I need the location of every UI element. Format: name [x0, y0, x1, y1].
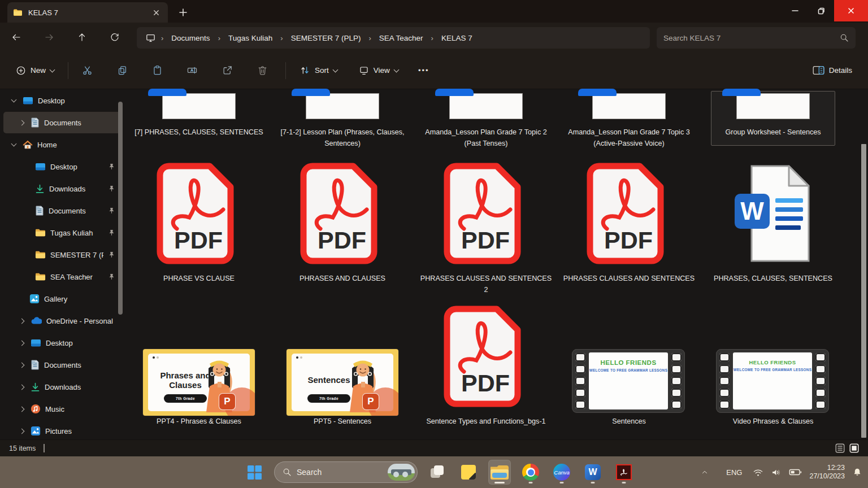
chevron-right-icon[interactable]: [17, 319, 26, 323]
breadcrumb-item-kelas-7[interactable]: KELAS 7: [437, 32, 477, 45]
sidebar-item-gallery[interactable]: Gallery: [3, 288, 121, 310]
sidebar-item-onedrive[interactable]: OneDrive - Personal: [3, 310, 121, 332]
pin-icon: [108, 273, 115, 281]
sidebar-item-documents[interactable]: Documents: [3, 112, 121, 133]
sidebar-item-pictures[interactable]: Pictures: [3, 420, 121, 439]
file-tile[interactable]: Amanda_Lesson Plan Grade 7 Topic 2 (Past…: [414, 89, 558, 160]
explorer-tab[interactable]: KELAS 7: [7, 2, 168, 23]
paste-button[interactable]: [146, 60, 168, 81]
chevron-right-icon[interactable]: [17, 341, 26, 345]
title-bar: KELAS 7: [0, 0, 868, 23]
more-options-button[interactable]: •••: [413, 60, 435, 81]
sidebar-item-documents-drive[interactable]: Documents: [3, 354, 121, 376]
file-explorer-button[interactable]: [488, 460, 511, 485]
breadcrumb-item-sea-teacher[interactable]: SEA Teacher: [375, 32, 428, 45]
breadcrumb-item-semester-7[interactable]: SEMESTER 7 (PLP): [287, 32, 366, 45]
rename-button[interactable]: [181, 60, 203, 81]
clock[interactable]: 12:23 27/10/2023: [809, 464, 845, 481]
file-name: Sentence Types and Functions_bgs-1: [420, 416, 552, 428]
file-tile[interactable]: HELLO FRIENDS WELCOME TO FREE GRAMMAR LE…: [701, 303, 845, 438]
new-tab-button[interactable]: [176, 6, 190, 19]
back-button[interactable]: [7, 28, 26, 47]
share-button[interactable]: [216, 60, 238, 81]
sidebar-item-tugas-kuliah[interactable]: Tugas Kuliah: [3, 222, 121, 243]
sidebar-item-music[interactable]: Music: [3, 398, 121, 420]
file-tile[interactable]: PDF PHRASE VS CLAUSE: [127, 162, 271, 300]
explorer-search-box[interactable]: [657, 27, 856, 49]
sidebar-item-home[interactable]: Home: [3, 134, 121, 155]
explorer-search-input[interactable]: [663, 34, 840, 42]
file-tile[interactable]: W PHRASES, CLAUSES, SENTENCES: [701, 162, 845, 300]
file-tile[interactable]: [7-1-2] Lesson Plan (Phrases, Clauses, S…: [271, 89, 414, 160]
time-label: 12:23: [809, 464, 845, 472]
video-thumbnail: HELLO FRIENDS WELCOME TO FREE GRAMMAR LE…: [716, 349, 829, 413]
file-tile[interactable]: PDF Sentence Types and Functions_bgs-1: [414, 303, 558, 438]
canva-button[interactable]: Canva: [550, 460, 573, 485]
refresh-button[interactable]: [105, 28, 124, 47]
chrome-button[interactable]: [519, 460, 542, 485]
start-button[interactable]: [243, 460, 266, 485]
chevron-down-icon[interactable]: [9, 143, 18, 146]
content-scrollbar[interactable]: [861, 89, 867, 439]
file-tile[interactable]: PDF PHRASES CLAUSES AND SENTENCES 2: [414, 162, 558, 300]
file-tile[interactable]: PDF PHRASES CLAUSES AND SENTENCES: [557, 162, 701, 300]
details-view-toggle-icon[interactable]: [835, 443, 845, 453]
sidebar-item-semester-7[interactable]: SEMESTER 7 (Pl: [3, 244, 121, 265]
cut-button[interactable]: [76, 60, 98, 81]
delete-button[interactable]: [251, 60, 273, 81]
new-button[interactable]: New: [10, 61, 60, 80]
sidebar-item-downloads-drive[interactable]: Downloads: [3, 376, 121, 398]
sticky-notes-button[interactable]: [457, 460, 480, 485]
forward-button[interactable]: [40, 28, 59, 47]
battery-icon[interactable]: [789, 468, 802, 477]
details-pane-button[interactable]: Details: [807, 61, 858, 80]
notification-bell-icon[interactable]: [852, 467, 862, 477]
sort-button[interactable]: Sort: [294, 60, 343, 80]
this-pc-icon[interactable]: [144, 34, 158, 42]
file-tile[interactable]: HELLO FRIENDS WELCOME TO FREE GRAMMAR LE…: [557, 303, 701, 438]
sidebar-item-sea-teacher[interactable]: SEA Teacher: [3, 266, 121, 287]
file-tile[interactable]: PDF PHRASES AND CLAUSES: [271, 162, 414, 300]
file-tile[interactable]: [7] PHRASES, CLAUSES, SENTENCES: [127, 89, 271, 160]
volume-icon[interactable]: [771, 468, 782, 477]
minimize-button[interactable]: [782, 0, 808, 21]
sidebar-item-desktop-top[interactable]: Desktop: [3, 90, 121, 111]
chevron-right-icon[interactable]: [17, 363, 26, 367]
file-tile[interactable]: Phrases and Clauses 7th Grade: [127, 303, 271, 438]
sidebar-item-downloads-pinned[interactable]: Downloads: [3, 178, 121, 199]
command-toolbar: New Sort View ••• Details: [0, 52, 868, 89]
search-icon[interactable]: [840, 33, 849, 42]
taskbar-search-box[interactable]: [274, 461, 418, 483]
wifi-icon[interactable]: [753, 468, 763, 477]
language-indicator[interactable]: ENG: [723, 468, 745, 477]
restore-button[interactable]: [808, 0, 834, 21]
view-button[interactable]: View: [353, 61, 404, 80]
breadcrumb-item-documents[interactable]: Documents: [167, 32, 214, 45]
up-button[interactable]: [72, 28, 92, 47]
hidden-icons-chevron[interactable]: [701, 468, 709, 476]
close-button[interactable]: [834, 0, 868, 21]
file-name: Amanda_Lesson Plan Grade 7 Topic 3 (Acti…: [563, 127, 695, 150]
acrobat-button[interactable]: [613, 460, 635, 485]
taskbar-search-input[interactable]: [297, 468, 383, 477]
breadcrumb-item-tugas-kuliah[interactable]: Tugas Kuliah: [224, 32, 277, 45]
search-highlight-image[interactable]: [388, 464, 415, 481]
scrollbar-thumb[interactable]: [861, 144, 866, 438]
file-tile-selected[interactable]: Group Worksheet - Sentences: [701, 89, 845, 160]
sidebar-scrollbar[interactable]: [118, 102, 123, 315]
chevron-down-icon[interactable]: [9, 99, 18, 102]
chevron-right-icon[interactable]: [17, 429, 26, 433]
file-tile[interactable]: Sentences 7th Grade: [271, 303, 414, 438]
chevron-right-icon[interactable]: [17, 385, 26, 389]
task-view-button[interactable]: [426, 460, 449, 485]
sidebar-item-documents-pinned[interactable]: Documents: [3, 200, 121, 221]
tab-close-icon[interactable]: [150, 6, 162, 19]
large-icons-view-toggle-icon[interactable]: [849, 443, 859, 453]
file-tile[interactable]: Amanda_Lesson Plan Grade 7 Topic 3 (Acti…: [557, 89, 701, 160]
copy-button[interactable]: [111, 60, 133, 81]
sidebar-item-desktop-pinned[interactable]: Desktop: [3, 156, 121, 177]
word-button[interactable]: W: [581, 460, 604, 485]
chevron-right-icon[interactable]: [17, 121, 26, 125]
sidebar-item-desktop-drive[interactable]: Desktop: [3, 332, 121, 354]
chevron-right-icon[interactable]: [17, 407, 26, 411]
